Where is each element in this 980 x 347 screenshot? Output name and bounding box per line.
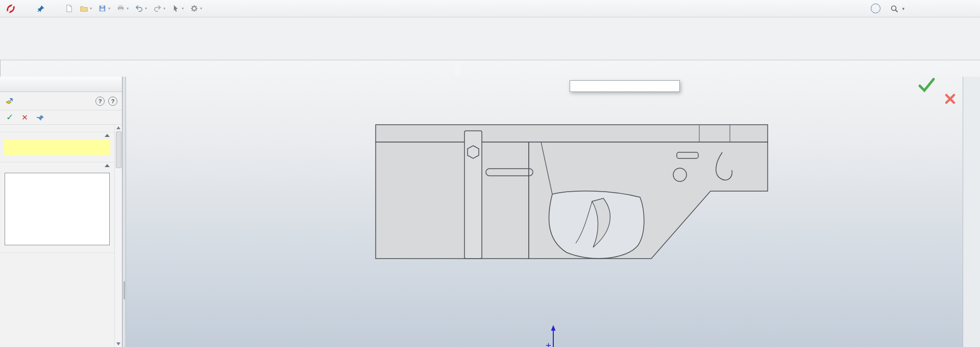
- task-pane: [963, 77, 980, 347]
- ribbon-toolbar: [0, 17, 980, 60]
- quick-access-toolbar: [63, 3, 204, 14]
- titlebar: ▾: [0, 0, 980, 17]
- pm-help-icon[interactable]: ?: [108, 97, 117, 106]
- insert-component-icon: [5, 97, 14, 106]
- propertymanager-actions: ✓ ✕: [0, 110, 122, 125]
- open-documents-listbox[interactable]: [5, 173, 110, 245]
- model-clip: [464, 131, 482, 259]
- scroll-up-icon[interactable]: [116, 126, 120, 129]
- model-left-box: [376, 142, 529, 259]
- panel-splitter[interactable]: [122, 77, 126, 347]
- quick-tips-icon[interactable]: ?: [95, 97, 105, 106]
- assembly-model-gun-frame[interactable]: [373, 122, 776, 270]
- redo-icon[interactable]: [152, 3, 167, 14]
- window-close-button[interactable]: [961, 3, 975, 15]
- propertymanager-header: ? ?: [0, 92, 122, 110]
- graphics-viewport[interactable]: [0, 60, 980, 347]
- titlebar-right: ▾: [871, 3, 980, 15]
- search-icon[interactable]: [890, 5, 898, 13]
- commandmanager-tabs: [0, 60, 1, 77]
- confirm-cancel-x[interactable]: [944, 93, 957, 105]
- manager-pane-tabs: [0, 77, 122, 92]
- insert-group-header[interactable]: [0, 162, 114, 169]
- scrollbar-thumb[interactable]: [116, 131, 121, 168]
- info-group-header[interactable]: [0, 132, 114, 138]
- propertymanager-panel: ? ? ✓ ✕: [0, 77, 122, 347]
- open-icon[interactable]: [78, 3, 93, 14]
- new-document-icon[interactable]: [63, 3, 75, 14]
- ds-logo-icon: [5, 3, 16, 14]
- keep-visible-pin-icon[interactable]: [36, 113, 45, 122]
- scroll-down-icon[interactable]: [116, 342, 120, 345]
- pm-scrollbar[interactable]: [114, 125, 122, 347]
- print-icon[interactable]: [115, 3, 130, 14]
- model-top-rail: [376, 125, 768, 142]
- cancel-button[interactable]: ✕: [21, 113, 28, 121]
- ok-button[interactable]: ✓: [6, 113, 13, 122]
- pin-menu-icon[interactable]: [37, 5, 45, 13]
- confirm-ok-check[interactable]: [918, 77, 936, 93]
- search-box[interactable]: ▾: [887, 5, 904, 13]
- configurations-group-header[interactable]: [0, 252, 114, 256]
- undo-icon[interactable]: [133, 3, 149, 14]
- save-icon[interactable]: [96, 3, 112, 14]
- help-circle-icon[interactable]: [871, 4, 880, 13]
- chevron-up-icon: [105, 164, 110, 167]
- propertymanager-content: [0, 125, 122, 347]
- solidworks-logo: [0, 3, 24, 14]
- window-minimize-button[interactable]: [920, 3, 934, 15]
- splitter-grip[interactable]: [124, 281, 125, 299]
- window-maximize-button[interactable]: [940, 3, 954, 15]
- origin-triad[interactable]: [542, 323, 566, 347]
- heads-up-view-toolbar: [454, 62, 460, 76]
- options-gear-icon[interactable]: [188, 3, 204, 14]
- chevron-up-icon: [105, 134, 110, 137]
- select-icon[interactable]: [170, 3, 185, 14]
- search-scope-caret-icon[interactable]: ▾: [902, 6, 904, 11]
- face-visibility-tooltip: [570, 80, 680, 92]
- info-message-box: [4, 140, 110, 155]
- solidworks-app: ▾ ? ? ✓ ✕: [0, 0, 980, 347]
